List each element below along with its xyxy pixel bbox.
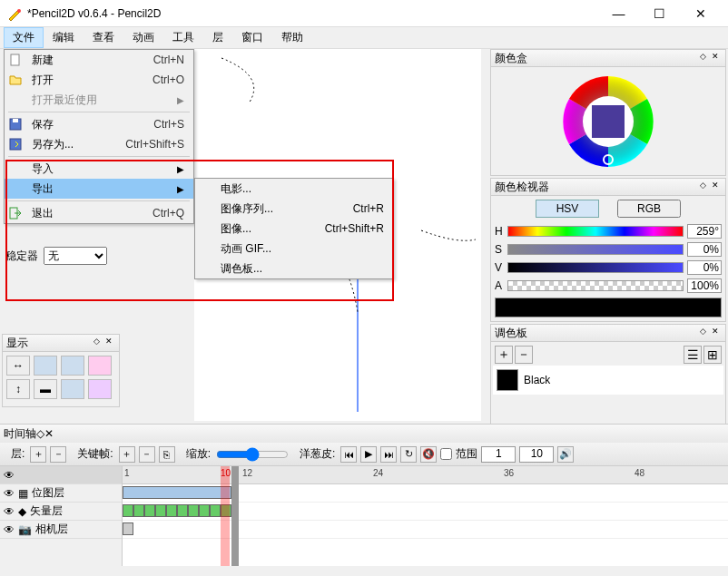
val-slider[interactable] — [507, 262, 684, 273]
layer-camera[interactable]: 👁📷相机层 — [0, 521, 122, 539]
maximize-button[interactable]: ☐ — [639, 0, 680, 27]
mirror-v-button[interactable]: ↕ — [6, 379, 30, 399]
add-layer-button[interactable]: ＋ — [30, 446, 46, 463]
menu-view[interactable]: 查看 — [84, 27, 123, 48]
range-checkbox[interactable] — [440, 448, 452, 460]
clip[interactable] — [123, 522, 133, 535]
menu-window[interactable]: 窗口 — [232, 27, 272, 48]
mirror-h-button[interactable]: ↔ — [6, 356, 30, 376]
add-keyframe-button[interactable]: ＋ — [119, 446, 135, 463]
clip[interactable] — [144, 504, 155, 517]
close-panel-icon[interactable]: ✕ — [103, 337, 115, 349]
color-wheel[interactable] — [558, 72, 658, 171]
close-panel-icon[interactable]: ✕ — [709, 181, 722, 193]
palette-grid-button[interactable]: ⊞ — [703, 346, 722, 364]
close-panel-icon[interactable]: ✕ — [709, 52, 722, 64]
menu-file[interactable]: 文件 — [4, 27, 44, 48]
clip[interactable] — [210, 504, 221, 517]
overlay-button[interactable] — [88, 379, 112, 399]
vector-icon: ◆ — [18, 505, 26, 518]
rgb-tab[interactable]: RGB — [617, 200, 681, 218]
clip[interactable] — [133, 504, 144, 517]
layer-vector[interactable]: 👁◆矢量层 — [0, 503, 122, 521]
zoom-slider[interactable] — [216, 447, 289, 462]
thin-lines-button[interactable]: ▬ — [34, 379, 57, 399]
remove-keyframe-button[interactable]: － — [139, 446, 155, 463]
menu-exit[interactable]: 退出 Ctrl+Q — [5, 203, 193, 223]
loop-button[interactable]: ↻ — [400, 446, 417, 463]
speaker-button[interactable]: 🔊 — [557, 446, 574, 463]
export-palette[interactable]: 调色板... — [195, 259, 393, 278]
remove-layer-button[interactable]: － — [50, 446, 66, 463]
clip[interactable] — [123, 504, 133, 517]
alpha-value[interactable]: 100% — [687, 278, 722, 293]
palette-item[interactable]: Black — [493, 366, 723, 395]
svg-rect-8 — [592, 105, 625, 138]
palette-list-button[interactable]: ☰ — [684, 346, 702, 364]
export-gif[interactable]: 动画 GIF... — [195, 239, 393, 259]
onion-prev-button[interactable] — [34, 356, 57, 376]
separator — [8, 200, 190, 201]
timeline-title: 时间轴 — [4, 426, 36, 442]
undock-icon[interactable]: ◇ — [696, 327, 709, 339]
undock-icon[interactable]: ◇ — [36, 427, 44, 440]
display-panel: 显示 ◇ ✕ ↔ ↕ ▬ — [2, 334, 120, 407]
menu-saveas[interactable]: 另存为... Ctrl+Shift+S — [5, 134, 193, 154]
sat-value[interactable]: 0% — [687, 242, 722, 257]
menu-save[interactable]: 保存 Ctrl+S — [5, 114, 193, 134]
undock-icon[interactable]: ◇ — [696, 181, 709, 193]
undock-icon[interactable]: ◇ — [696, 52, 709, 64]
stabilizer-select[interactable]: 无 — [44, 247, 107, 265]
menu-open[interactable]: 打开 Ctrl+O — [5, 70, 193, 90]
color-name: Black — [524, 374, 550, 386]
val-value[interactable]: 0% — [687, 260, 722, 275]
hue-value[interactable]: 259° — [687, 224, 722, 239]
clip[interactable] — [177, 504, 188, 517]
dup-keyframe-button[interactable]: ⎘ — [159, 446, 175, 463]
export-image[interactable]: 图像...Ctrl+Shift+R — [195, 219, 393, 239]
range-to[interactable]: 10 — [519, 446, 554, 463]
onion-blue-button[interactable] — [88, 356, 112, 376]
clip[interactable] — [155, 504, 166, 517]
close-panel-icon[interactable]: ✕ — [709, 327, 722, 339]
first-frame-button[interactable]: ⏮ — [340, 446, 357, 463]
menu-new[interactable]: 新建 Ctrl+N — [5, 50, 193, 70]
clip[interactable] — [166, 504, 177, 517]
remove-color-button[interactable]: － — [515, 346, 533, 364]
minimize-button[interactable]: — — [598, 0, 639, 27]
playhead[interactable] — [221, 466, 230, 566]
menu-tools[interactable]: 工具 — [163, 27, 203, 48]
menu-export[interactable]: 导出 ▶ — [5, 179, 193, 199]
add-color-button[interactable]: ＋ — [495, 346, 513, 364]
onion-next-button[interactable] — [61, 356, 84, 376]
hue-slider[interactable] — [507, 226, 684, 237]
sound-button[interactable]: 🔇 — [420, 446, 437, 463]
clip[interactable] — [188, 504, 199, 517]
close-button[interactable]: ✕ — [680, 0, 721, 27]
close-panel-icon[interactable]: ✕ — [44, 427, 54, 440]
layer-header: 👁 — [0, 466, 122, 484]
range-from[interactable]: 1 — [481, 446, 516, 463]
menu-help[interactable]: 帮助 — [272, 27, 312, 48]
hsv-tab[interactable]: HSV — [536, 200, 599, 218]
export-imgseq[interactable]: 图像序列...Ctrl+R — [195, 199, 393, 219]
menu-recent[interactable]: 打开最近使用 ▶ — [5, 90, 193, 110]
alpha-slider[interactable] — [507, 280, 684, 291]
svg-point-0 — [17, 9, 21, 13]
menu-import[interactable]: 导入 ▶ — [5, 159, 193, 179]
clip[interactable] — [199, 504, 210, 517]
export-movie[interactable]: 电影... — [195, 179, 393, 199]
timeline-track[interactable]: 1 10 12 24 36 48 — [123, 466, 728, 566]
layer-bitmap[interactable]: 👁▦位图层 — [0, 484, 122, 503]
clip[interactable] — [123, 486, 231, 499]
outlines-button[interactable] — [61, 379, 84, 399]
last-frame-button[interactable]: ⏭ — [380, 446, 397, 463]
file-menu-dropdown: 新建 Ctrl+N 打开 Ctrl+O 打开最近使用 ▶ 保存 Ctrl+S 另… — [4, 49, 194, 224]
sat-slider[interactable] — [507, 244, 684, 255]
track-end-handle[interactable] — [231, 466, 239, 566]
menu-edit[interactable]: 编辑 — [44, 27, 84, 48]
undock-icon[interactable]: ◇ — [90, 337, 103, 349]
menu-animation[interactable]: 动画 — [123, 27, 163, 48]
menu-layer[interactable]: 层 — [203, 27, 232, 48]
play-button[interactable]: ▶ — [360, 446, 377, 463]
